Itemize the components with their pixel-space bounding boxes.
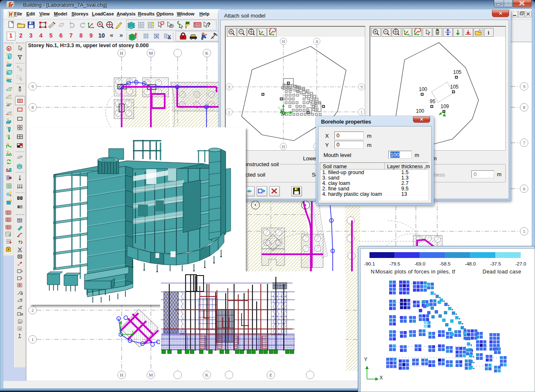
svg-text:109: 109 (441, 104, 449, 109)
svg-text:-69.0: -69.0 (414, 261, 425, 266)
svg-text:A: A (315, 39, 318, 44)
svg-text:-27.0: -27.0 (515, 261, 526, 266)
svg-text:-37.5: -37.5 (490, 261, 501, 266)
svg-text:-90.1: -90.1 (364, 261, 375, 266)
svg-text:95: 95 (430, 99, 436, 104)
svg-text:105: 105 (453, 69, 461, 75)
svg-text:H: H (282, 144, 285, 149)
svg-text:X: X (380, 375, 383, 381)
svg-text:Dead load case: Dead load case (483, 269, 521, 275)
svg-text:Y: Y (258, 29, 260, 31)
svg-text:9: 9 (228, 85, 230, 89)
svg-text:1: 1 (228, 110, 230, 114)
svg-text:Mosaic plots of forces in pile: Mosaic plots of forces in piles, tf (375, 269, 455, 275)
svg-text:Y: Y (403, 29, 405, 31)
svg-text:x: x (264, 34, 265, 36)
svg-text:100: 100 (419, 86, 427, 92)
svg-text:x: x (409, 34, 410, 36)
svg-text:1: 1 (361, 110, 363, 114)
svg-text:-58.5: -58.5 (440, 261, 451, 266)
svg-text:Y: Y (364, 357, 367, 362)
svg-text:105: 105 (450, 84, 459, 90)
svg-text:-48.0: -48.0 (465, 261, 476, 266)
svg-text:i: i (488, 30, 489, 36)
svg-text:N: N (371, 269, 374, 275)
svg-text:100: 100 (416, 108, 424, 114)
svg-text:H: H (282, 39, 285, 44)
svg-text:9: 9 (361, 85, 363, 89)
svg-text:-79.5: -79.5 (389, 261, 400, 266)
